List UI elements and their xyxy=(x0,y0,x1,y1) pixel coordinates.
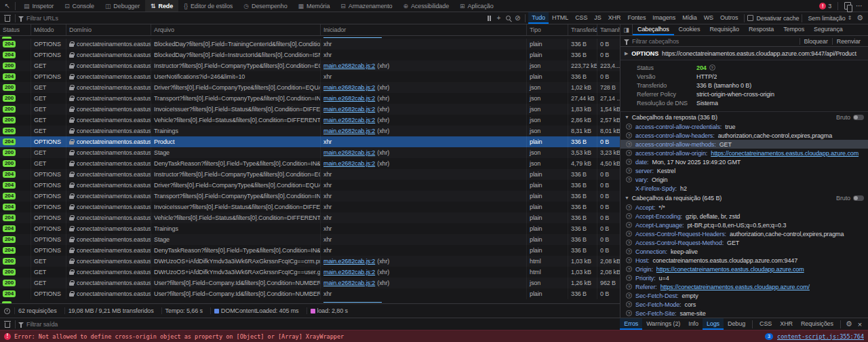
column-header-tamanho[interactable]: Tamanho xyxy=(597,24,620,35)
header-row[interactable]: ?Referer:https://conectatreinamentos.eas… xyxy=(620,282,868,291)
request-row[interactable]: 200GETconectatreinamentos.eastus.cloudap… xyxy=(0,147,620,158)
request-row[interactable]: 200GETconectatreinamentos.eastus.cloudap… xyxy=(0,104,620,115)
header-row[interactable]: ?Origin:https://conectatreinamentos.east… xyxy=(620,265,868,273)
headers-filter-placeholder[interactable]: Filtrar cabeçalhos xyxy=(632,38,679,45)
initiator-link[interactable]: main.e2682cab.js:2 xyxy=(323,280,375,286)
help-icon[interactable]: ? xyxy=(626,301,632,307)
details-tab-cabeçalhos[interactable]: Cabeçalhos xyxy=(633,24,674,35)
help-icon[interactable]: ? xyxy=(626,141,632,147)
request-row[interactable]: 204OPTIONSconectatreinamentos.eastus.clo… xyxy=(0,223,620,234)
help-icon[interactable]: ? xyxy=(626,159,632,165)
type-filter-outros[interactable]: Outros xyxy=(717,12,741,24)
help-icon[interactable]: ? xyxy=(626,150,632,156)
resend-button[interactable]: Reenviar xyxy=(832,38,865,45)
toolbox-tab-desempenho[interactable]: ◷Desempenho xyxy=(238,0,292,12)
request-row[interactable]: 200GETconectatreinamentos.eastus.cloudap… xyxy=(0,126,620,136)
initiator-link[interactable]: main.e2682cab.js:2 xyxy=(323,117,375,124)
header-row[interactable]: ?Access-Control-Request-Method:GET xyxy=(620,238,868,247)
request-row[interactable]: 200GETconectatreinamentos.eastus.cloudap… xyxy=(0,60,620,71)
request-row[interactable]: 204OPTIONSconectatreinamentos.eastus.clo… xyxy=(0,180,620,191)
header-row[interactable]: ?access-control-allow-origin:https://con… xyxy=(620,149,868,157)
header-row[interactable]: ?access-control-allow-methods:GET xyxy=(620,140,868,149)
raw-toggle-switch[interactable] xyxy=(853,115,864,120)
raw-toggle[interactable]: Bruto xyxy=(836,195,864,202)
clear-requests-button[interactable] xyxy=(3,15,12,22)
toolbox-tab-rede[interactable]: ⇅Rede xyxy=(145,0,178,12)
requests-count[interactable]: 62 requisições xyxy=(14,307,60,314)
help-icon[interactable]: ? xyxy=(626,266,632,272)
error-source-link[interactable]: content-script.js:355:764 xyxy=(777,333,864,340)
request-row[interactable]: 200GETconectatreinamentos.eastus.cloudap… xyxy=(0,82,620,93)
header-row[interactable]: ?Sec-Fetch-Site:same-site xyxy=(620,309,868,318)
type-filter-css[interactable]: CSS xyxy=(572,12,591,24)
toolbox-tab-console[interactable]: ⊡Console xyxy=(59,0,100,12)
console-settings-gear-icon[interactable]: ⚙ xyxy=(844,320,854,328)
console-filter-info[interactable]: Info xyxy=(684,318,703,330)
disable-cache-control[interactable]: Desativar cache xyxy=(747,15,799,22)
column-header-domínio[interactable]: Domínio xyxy=(66,24,151,35)
help-icon[interactable]: ? xyxy=(626,231,632,237)
header-row[interactable]: ?access-control-allow-credentials:true xyxy=(620,122,868,131)
header-value[interactable]: https://conectatreinamentos.eastus.cloud… xyxy=(660,284,810,290)
help-icon[interactable]: ? xyxy=(626,222,632,228)
initiator-link[interactable]: main.e2682cab.js:2 xyxy=(323,160,375,167)
details-tab-tempos[interactable]: Tempos xyxy=(778,24,809,35)
details-tab-cookies[interactable]: Cookies xyxy=(674,24,705,35)
type-filter-html[interactable]: HTML xyxy=(549,12,572,24)
request-row[interactable]: 204OPTIONSconectatreinamentos.eastus.clo… xyxy=(0,288,620,299)
new-request-button[interactable]: + xyxy=(494,14,503,22)
pick-element-icon[interactable]: ↖ xyxy=(3,2,12,10)
help-icon[interactable]: ? xyxy=(626,257,632,263)
help-icon[interactable]: ? xyxy=(626,292,632,299)
network-settings-gear-icon[interactable]: ⚙ xyxy=(854,14,865,22)
request-row-partial-top[interactable] xyxy=(0,36,620,39)
initiator-link[interactable]: main.e2682cab.js:2 xyxy=(323,149,375,156)
header-row[interactable]: X-Firefox-Spdy:h2 xyxy=(620,184,868,193)
header-row[interactable]: ?access-control-allow-headers:authorizat… xyxy=(620,131,868,140)
split-panel-icon[interactable]: ◨ xyxy=(620,24,633,35)
request-row[interactable]: 204OPTIONSconectatreinamentos.eastus.clo… xyxy=(0,39,620,50)
help-icon[interactable]: ? xyxy=(626,132,632,138)
initiator-link[interactable]: main.e2682cab.js:2 xyxy=(323,106,375,113)
initiator-link[interactable]: main.e2682cab.js:2 xyxy=(323,95,375,102)
initiator-link[interactable]: main.e2682cab.js:2 xyxy=(323,84,375,91)
console-filter-warnings[interactable]: Warnings (2) xyxy=(642,318,684,330)
search-button[interactable] xyxy=(503,16,513,20)
toolbox-tab-acessibilidade[interactable]: ⊕Acessibilidade xyxy=(398,0,455,12)
request-row[interactable]: 200GETconectatreinamentos.eastus.cloudap… xyxy=(0,158,620,169)
console-filter-xhr[interactable]: XHR xyxy=(776,318,797,330)
request-row[interactable]: 200GETconectatreinamentos.eastus.cloudap… xyxy=(0,93,620,104)
toolbox-tab-armazenamento[interactable]: ⊟Armazenamento xyxy=(335,0,397,12)
help-icon[interactable]: ? xyxy=(626,213,632,219)
raw-toggle[interactable]: Bruto xyxy=(836,114,864,121)
type-filter-ws[interactable]: WS xyxy=(701,12,717,24)
console-filter-placeholder[interactable]: Filtrar saída xyxy=(26,321,58,328)
request-headers-title[interactable]: ▼Cabeçalhos da requisição (645 B)Bruto xyxy=(620,193,868,203)
console-filter-requisies[interactable]: Requisições xyxy=(797,318,837,330)
help-icon[interactable]: ? xyxy=(626,204,632,210)
response-headers-title[interactable]: ▼Cabeçalhos da resposta (336 B)Bruto xyxy=(620,112,868,122)
initiator-link[interactable]: main.e2682cab.js:2 xyxy=(323,62,375,69)
column-header-iniciador[interactable]: Iniciador xyxy=(321,24,527,35)
request-row[interactable]: 200GETconectatreinamentos.eastus.cloudap… xyxy=(0,267,620,278)
type-filter-mídia[interactable]: Mídia xyxy=(679,12,701,24)
raw-toggle-switch[interactable] xyxy=(853,195,864,201)
toolbox-tab-memória[interactable]: ▦Memória xyxy=(293,0,336,12)
details-tab-resposta[interactable]: Resposta xyxy=(744,24,778,35)
column-header-transferido[interactable]: Transferido xyxy=(568,24,597,35)
disable-cache-checkbox[interactable] xyxy=(747,15,753,21)
header-row[interactable]: ?Accept:*/* xyxy=(620,203,868,212)
header-row[interactable]: ?Accept-Encoding:gzip, deflate, br, zstd xyxy=(620,212,868,221)
help-icon[interactable]: ? xyxy=(626,168,632,174)
request-row[interactable]: 200GETconectatreinamentos.eastus.cloudap… xyxy=(0,256,620,267)
initiator-link[interactable]: main.e2682cab.js:2 xyxy=(323,128,375,134)
toolbox-tab-debugger[interactable]: ◫Debugger xyxy=(100,0,145,12)
header-row[interactable]: ?Accept-Language:pt-BR,pt;q=0.8,en-US;q=… xyxy=(620,221,868,229)
column-header-arquivo[interactable]: Arquivo xyxy=(151,24,321,35)
help-icon[interactable]: ? xyxy=(626,310,632,316)
clear-console-button[interactable] xyxy=(3,321,12,328)
request-url-row[interactable]: ▶ OPTIONS https://conectatreinamentos.ea… xyxy=(620,47,868,60)
header-row[interactable]: ?Priority:u=4 xyxy=(620,273,868,282)
toolbox-tab-inspetor[interactable]: ▤Inspetor xyxy=(18,0,59,12)
toolbox-error-count[interactable]: ! 3 xyxy=(819,3,831,10)
